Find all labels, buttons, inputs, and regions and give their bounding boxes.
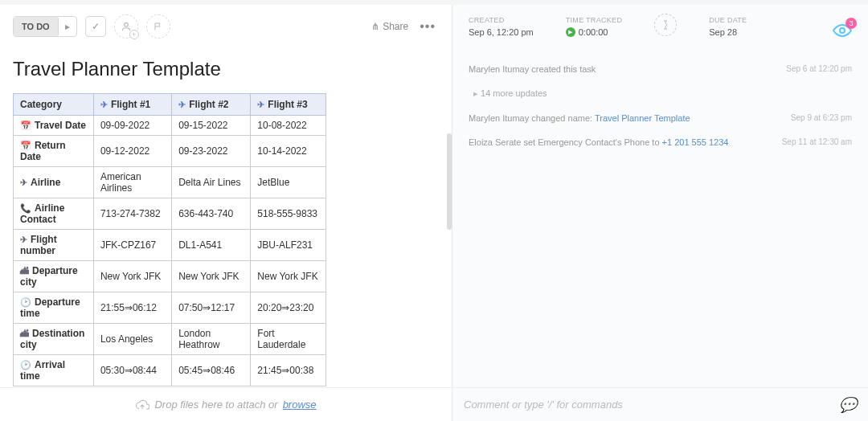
- complete-button[interactable]: ✓: [85, 16, 106, 37]
- more-menu-button[interactable]: •••: [416, 16, 439, 37]
- task-meta-header: CREATED Sep 6, 12:20 pm TIME TRACKED ▶0:…: [452, 5, 868, 48]
- table-row: ✈AirlineAmerican AirlinesDelta Air Lines…: [14, 167, 326, 198]
- task-content: Category✈Flight #1✈Flight #2✈Flight #3 📅…: [0, 93, 452, 421]
- svg-point-0: [124, 22, 128, 27]
- cloud-upload-icon: [135, 398, 149, 412]
- table-row: ✈Flight numberJFK-CPZ167DL1-A541JBU-ALF2…: [14, 230, 326, 261]
- meta-due-date[interactable]: DUE DATE Sep 28: [709, 16, 747, 37]
- flights-table: Category✈Flight #1✈Flight #2✈Flight #3 📅…: [13, 93, 326, 386]
- activity-feed: Marylen Itumay created this task Sep 6 a…: [452, 48, 868, 387]
- status-label: TO DO: [14, 17, 58, 36]
- attachment-dropzone[interactable]: Drop files here to attach or browse: [0, 387, 452, 421]
- svg-point-1: [840, 28, 845, 33]
- meta-created: CREATED Sep 6, 12:20 pm: [469, 16, 534, 37]
- flights-header: Category: [14, 94, 94, 116]
- watch-count-badge: 3: [845, 18, 857, 29]
- more-updates-toggle[interactable]: 14 more updates: [473, 88, 852, 99]
- assignee-button[interactable]: +: [114, 14, 138, 39]
- play-icon[interactable]: ▶: [566, 27, 575, 37]
- table-row: 🕑Arrival time05:30⇒08:4405:45⇒08:4621:45…: [14, 355, 326, 386]
- watch-button[interactable]: 3: [831, 19, 854, 42]
- share-icon: ⋔: [371, 21, 379, 32]
- task-toolbar: TO DO ▸ ✓ + ⋔ Share •••: [0, 5, 452, 48]
- activity-item: Marylen Itumay created this task Sep 6 a…: [469, 64, 852, 74]
- table-row: 🕑Departure time21:55⇒06:1207:50⇒12:1720:…: [14, 292, 326, 324]
- browse-link[interactable]: browse: [283, 399, 317, 411]
- comment-input[interactable]: Comment or type '/' for commands 💬: [452, 387, 868, 421]
- activity-item: Eloiza Serate set Emergency Contact's Ph…: [469, 137, 852, 147]
- status-button[interactable]: TO DO ▸: [13, 16, 77, 37]
- table-row: 📞Airline Contact713-274-7382636-443-7405…: [14, 198, 326, 230]
- flights-header: ✈Flight #1: [93, 94, 171, 116]
- activity-item: Marylen Itumay changed name: Travel Plan…: [469, 113, 852, 123]
- priority-button[interactable]: [146, 14, 170, 39]
- meta-time-tracked[interactable]: TIME TRACKED ▶0:00:00: [566, 16, 622, 37]
- table-row: 🏙Departure cityNew York JFKNew York JFKN…: [14, 261, 326, 292]
- flights-header: ✈Flight #2: [172, 94, 251, 116]
- page-title[interactable]: Travel Planner Template: [0, 48, 452, 93]
- table-row: 📅Return Date09-12-202209-23-202210-14-20…: [14, 136, 326, 167]
- flights-header: ✈Flight #3: [251, 94, 326, 116]
- table-row: 📅Travel Date09-09-202209-15-202210-08-20…: [14, 116, 326, 136]
- comment-icon: 💬: [839, 396, 857, 414]
- status-next-icon[interactable]: ▸: [58, 18, 76, 35]
- right-panel: CREATED Sep 6, 12:20 pm TIME TRACKED ▶0:…: [452, 5, 868, 421]
- table-row: 🏙Destination cityLos AngelesLondon Heath…: [14, 324, 326, 355]
- share-button[interactable]: ⋔ Share: [371, 21, 408, 32]
- meta-estimate-button[interactable]: [654, 14, 677, 36]
- add-assignee-icon: +: [129, 30, 139, 39]
- left-panel: TO DO ▸ ✓ + ⋔ Share ••• Travel Planner T…: [0, 5, 452, 421]
